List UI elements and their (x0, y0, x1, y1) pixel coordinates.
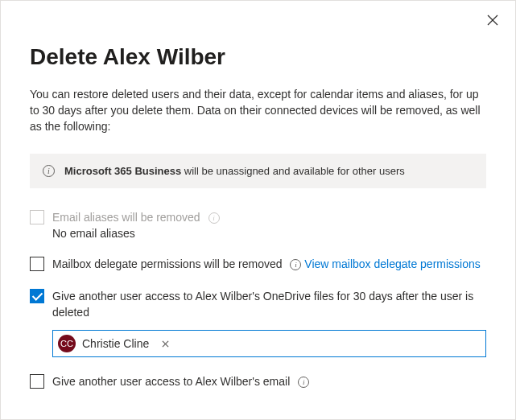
delegate-checkbox[interactable] (30, 257, 44, 271)
avatar: CC (58, 335, 76, 352)
banner-text: Microsoft 365 Business will be unassigne… (64, 165, 405, 177)
license-info-banner: i Microsoft 365 Business will be unassig… (30, 154, 486, 188)
delete-user-panel: Delete Alex Wilber You can restore delet… (1, 1, 515, 419)
onedrive-label: Give another user access to Alex Wilber'… (52, 290, 473, 319)
option-mailbox-delegate: Mailbox delegate permissions will be rem… (30, 256, 486, 272)
onedrive-checkbox[interactable] (30, 289, 44, 303)
aliases-subtext: No email aliases (52, 227, 486, 240)
page-title: Delete Alex Wilber (30, 44, 486, 70)
info-icon[interactable]: i (208, 212, 220, 224)
option-email-aliases: Email aliases will be removed i No email… (30, 209, 486, 240)
delegate-label: Mailbox delegate permissions will be rem… (52, 257, 283, 270)
aliases-label: Email aliases will be removed (52, 211, 200, 224)
description-text: You can restore deleted users and their … (30, 86, 486, 134)
email-access-label: Give another user access to Alex Wilber'… (52, 375, 290, 388)
close-icon (487, 14, 498, 26)
close-icon (162, 340, 169, 348)
option-onedrive-access: Give another user access to Alex Wilber'… (30, 288, 486, 357)
option-email-access: Give another user access to Alex Wilber'… (30, 373, 486, 389)
email-access-checkbox[interactable] (30, 374, 44, 389)
view-delegate-permissions-link[interactable]: View mailbox delegate permissions (304, 257, 480, 270)
info-icon: i (43, 165, 55, 177)
onedrive-user-picker[interactable]: CC Christie Cline (52, 330, 486, 357)
aliases-checkbox (30, 210, 44, 224)
info-icon[interactable]: i (290, 259, 301, 270)
close-button[interactable] (483, 10, 502, 30)
remove-person-button[interactable] (159, 337, 171, 350)
person-chip: CC Christie Cline (58, 335, 171, 352)
info-icon[interactable]: i (298, 377, 309, 388)
chip-name: Christie Cline (82, 337, 149, 350)
